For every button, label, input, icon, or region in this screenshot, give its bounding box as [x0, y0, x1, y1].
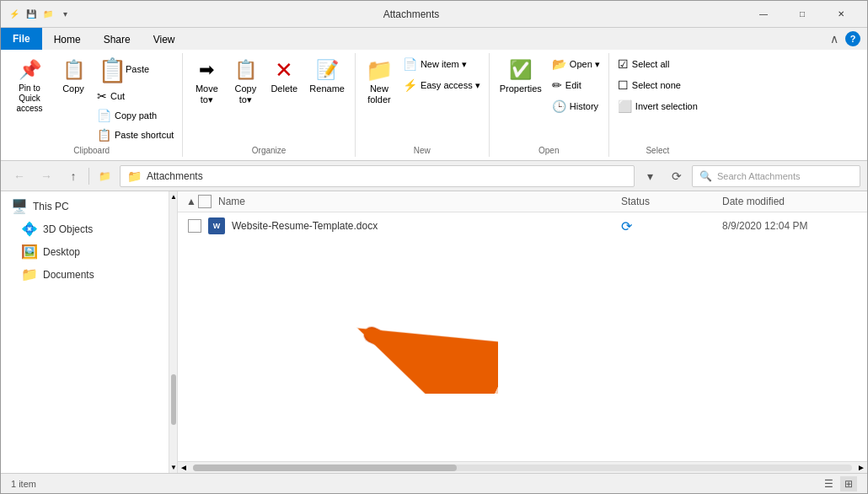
- dropdown-btn[interactable]: ▾: [638, 165, 662, 187]
- tab-home[interactable]: Home: [43, 28, 92, 50]
- toolbar: ← → ↑ 📁 📁 Attachments ▾ ⟳ 🔍 Search Attac…: [1, 161, 867, 191]
- desktop-label: Desktop: [43, 246, 80, 258]
- copy-path-button[interactable]: 📄 Copy path: [94, 106, 177, 125]
- invert-selection-button[interactable]: ⬜ Invert selection: [614, 97, 701, 115]
- tab-share[interactable]: Share: [93, 28, 142, 50]
- nav-item-documents[interactable]: 📁 Documents: [1, 263, 169, 286]
- help-icon[interactable]: ?: [845, 31, 860, 46]
- 3d-objects-icon: 💠: [21, 221, 38, 237]
- open-icon: 📂: [552, 57, 566, 71]
- search-bar[interactable]: 🔍 Search Attachments: [692, 165, 860, 187]
- 3d-objects-label: 3D Objects: [43, 223, 93, 235]
- search-placeholder: Search Attachments: [717, 171, 800, 181]
- nav-pane-wrapper: 🖥️ This PC 💠 3D Objects 🖼️ Desktop 📁 Doc…: [1, 191, 178, 473]
- large-icons-view-button[interactable]: ⊞: [840, 476, 857, 491]
- documents-icon: 📁: [21, 266, 38, 282]
- nav-scroll-thumb[interactable]: [171, 374, 176, 425]
- details-view-button[interactable]: ☰: [820, 476, 837, 491]
- documents-label: Documents: [43, 269, 94, 281]
- arrow-annotation: [330, 309, 498, 396]
- h-scrollbar[interactable]: ◄ ►: [178, 461, 867, 473]
- paste-shortcut-label: Paste shortcut: [115, 130, 174, 140]
- select-group-label: Select: [614, 144, 701, 155]
- nav-item-desktop[interactable]: 🖼️ Desktop: [1, 240, 169, 263]
- select-none-icon: ☐: [618, 78, 629, 92]
- recent-locations-button[interactable]: 📁: [93, 165, 116, 187]
- cut-button[interactable]: ✂ Cut: [94, 87, 177, 105]
- rename-label: Rename: [309, 83, 345, 94]
- table-row[interactable]: W Website-Resume-Template.docx ⟳ 8/9/202…: [178, 212, 867, 239]
- file-checkbox[interactable]: [188, 219, 201, 233]
- ribbon-chevron[interactable]: ∧ ?: [830, 31, 867, 46]
- edit-button[interactable]: ✏ Edit: [549, 76, 603, 94]
- history-label: History: [570, 101, 598, 111]
- new-folder-button[interactable]: 📁 Newfolder: [361, 55, 398, 107]
- back-button[interactable]: ←: [8, 165, 31, 187]
- maximize-button[interactable]: □: [783, 1, 822, 28]
- tab-view[interactable]: View: [142, 28, 186, 50]
- easy-access-button[interactable]: ⚡ Easy access ▾: [399, 76, 484, 94]
- h-scroll-thumb[interactable]: [193, 464, 457, 471]
- new-group-content: 📁 Newfolder 📄 New item ▾ ⚡ Easy access ▾: [361, 55, 484, 144]
- select-none-button[interactable]: ☐ Select none: [614, 76, 701, 94]
- sort-arrow-up: ▲: [188, 196, 195, 207]
- sync-status-icon: ⟳: [621, 219, 632, 234]
- properties-button[interactable]: ✅ Properties: [495, 55, 547, 96]
- copy-button[interactable]: 📋 Copy: [55, 55, 92, 96]
- history-button[interactable]: 🕒 History: [549, 97, 603, 115]
- close-button[interactable]: ✕: [822, 1, 860, 28]
- file-pane: ▲ Name Status Date modified W Website-Re…: [178, 191, 867, 473]
- title-dropdown-arrow[interactable]: ▾: [58, 8, 72, 21]
- file-list-header: ▲ Name Status Date modified: [178, 191, 867, 212]
- history-icon: 🕒: [552, 99, 566, 113]
- copy-to-button[interactable]: 📋 Copyto▾: [227, 55, 264, 107]
- header-checkbox[interactable]: [198, 195, 212, 208]
- move-to-icon: ➡: [193, 56, 220, 83]
- tab-file[interactable]: File: [1, 28, 42, 50]
- item-count: 1 item: [11, 479, 36, 489]
- ribbon: 📌 Pin to Quickaccess 📋 Copy 📋 Paste: [1, 50, 867, 161]
- h-scroll-right-btn[interactable]: ►: [855, 463, 867, 472]
- explorer-window: ⚡ 💾 📁 ▾ Attachments — □ ✕ File Home Shar…: [0, 0, 868, 494]
- open-button[interactable]: 📂 Open ▾: [549, 55, 603, 73]
- new-group-label: New: [361, 144, 484, 155]
- clipboard-small-btns: ✂ Cut 📄 Copy path 📋 Paste shortcut: [94, 87, 177, 144]
- cut-label: Cut: [110, 91, 125, 101]
- collapse-ribbon-icon[interactable]: ∧: [830, 32, 839, 46]
- delete-button[interactable]: ✕ Delete: [265, 55, 303, 96]
- h-scroll-track: [193, 464, 852, 471]
- rename-button[interactable]: 📝 Rename: [304, 55, 350, 96]
- open-group-content: ✅ Properties 📂 Open ▾ ✏ Edit 🕒 H: [495, 55, 603, 144]
- easy-access-icon: ⚡: [403, 78, 417, 92]
- file-name: Website-Resume-Template.docx: [232, 220, 621, 232]
- nav-item-this-pc[interactable]: 🖥️ This PC: [1, 195, 169, 217]
- this-pc-label: This PC: [33, 201, 69, 212]
- new-item-button[interactable]: 📄 New item ▾: [399, 55, 484, 73]
- copy-path-label: Copy path: [115, 110, 157, 121]
- move-to-button[interactable]: ➡ Moveto▾: [188, 55, 225, 107]
- scroll-up-arrow[interactable]: ▲: [169, 193, 178, 201]
- address-bar[interactable]: 📁 Attachments: [120, 165, 635, 187]
- col-date-header[interactable]: Date modified: [722, 196, 857, 207]
- paste-shortcut-button[interactable]: 📋 Paste shortcut: [94, 126, 177, 144]
- select-all-button[interactable]: ☑ Select all: [614, 55, 701, 73]
- delete-icon: ✕: [271, 56, 297, 83]
- h-scroll-left-btn[interactable]: ◄: [178, 463, 190, 472]
- up-button[interactable]: ↑: [62, 165, 85, 187]
- divider-1: [88, 168, 89, 185]
- nav-item-3d-objects[interactable]: 💠 3D Objects: [1, 217, 169, 240]
- copy-label: Copy: [62, 83, 84, 94]
- scroll-down-arrow[interactable]: ▼: [169, 464, 178, 471]
- select-all-label: Select all: [632, 59, 670, 69]
- address-folder-icon: 📁: [127, 169, 142, 183]
- col-status-header[interactable]: Status: [621, 196, 722, 207]
- pin-quick-access-button[interactable]: 📌 Pin to Quickaccess: [6, 55, 53, 115]
- properties-icon: ✅: [507, 56, 534, 83]
- minimize-button[interactable]: —: [744, 1, 783, 28]
- forward-button[interactable]: →: [35, 165, 58, 187]
- new-item-label: New item ▾: [421, 59, 467, 70]
- refresh-button[interactable]: ⟳: [665, 165, 689, 187]
- paste-button[interactable]: 📋 Paste: [94, 55, 177, 85]
- col-name-header[interactable]: Name: [218, 196, 621, 207]
- nav-pane: 🖥️ This PC 💠 3D Objects 🖼️ Desktop 📁 Doc…: [1, 191, 169, 473]
